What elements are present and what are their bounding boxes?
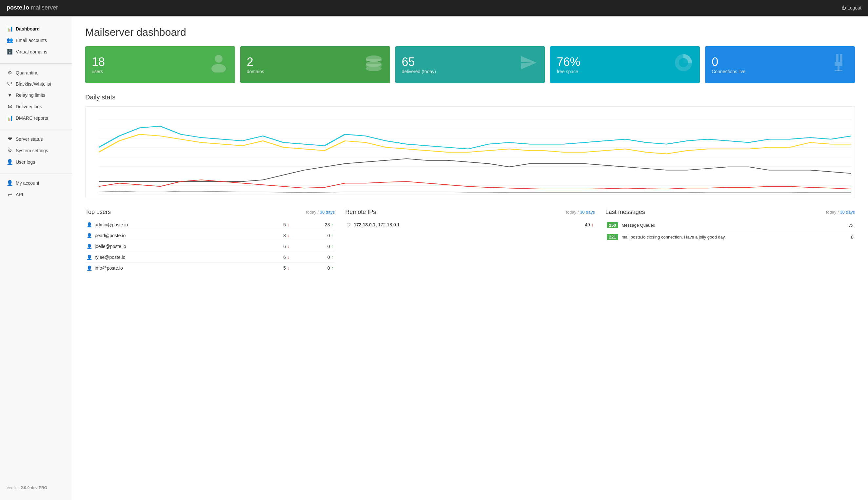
stat-label-connections: Connections live [712, 69, 746, 74]
message-badge: 250 [607, 222, 619, 228]
ip-cell: 🛡 172.18.0.1, 172.18.0.1 [345, 219, 553, 230]
shield-icon: 🛡 [347, 222, 351, 227]
table-row: 👤 rylee@poste.io 6 ↓ 0 ↑ [85, 252, 335, 263]
stat-card-users: 18 users [85, 46, 235, 83]
sidebar-label-virtual-domains: Virtual domains [16, 49, 47, 55]
table-row: 👤 admin@poste.io 5 ↓ 23 ↑ [85, 219, 335, 230]
system-settings-icon: ⚙ [7, 147, 13, 154]
message-text: mail.poste.io closing connection. Have a… [622, 235, 726, 239]
sidebar-label-email-accounts: Email accounts [16, 38, 47, 43]
sidebar: 📊 Dashboard 👥 Email accounts 🗄️ Virtual … [0, 16, 72, 500]
arrow-down-icon: ↓ [287, 222, 290, 227]
sidebar-label-server-status: Server status [16, 136, 43, 142]
free-space-icon [673, 53, 693, 77]
sidebar-item-delivery-logs[interactable]: ✉ Delivery logs [0, 101, 72, 112]
ip-rest: 172.18.0.1 [378, 222, 400, 227]
stat-card-domains-text: 2 domains [247, 55, 264, 74]
last-messages-title: Last messages [606, 209, 645, 216]
user-down-cell: 6 ↓ [257, 252, 291, 263]
user-icon: 👤 [86, 222, 92, 227]
table-row: 221 mail.poste.io closing connection. Ha… [606, 231, 855, 243]
delivered-icon [519, 53, 538, 77]
message-text: Message Queued [622, 223, 655, 228]
user-icon: 👤 [86, 254, 92, 260]
svg-point-0 [215, 55, 223, 62]
sidebar-item-dashboard[interactable]: 📊 Dashboard [0, 23, 72, 34]
msg-cell: 221 mail.poste.io closing connection. Ha… [606, 231, 840, 243]
msg-cell: 250 Message Queued [606, 219, 840, 231]
top-users-panel: Top users today / 30 days 👤 admin@poste.… [85, 209, 335, 273]
down-count: 6 [283, 254, 286, 260]
stat-card-delivered-text: 65 delivered (today) [402, 55, 436, 74]
remote-ips-panel: Remote IPs today / 30 days 🛡 172.18.0.1,… [345, 209, 595, 273]
server-status-icon: ❤ [7, 136, 13, 142]
30-days-link-users[interactable]: 30 days [320, 209, 335, 215]
arrow-up-icon: ↑ [331, 265, 333, 271]
arrow-up-icon: ↑ [331, 254, 333, 260]
stat-card-free-space: 76% free space [550, 46, 700, 83]
blacklist-icon: 🛡 [7, 81, 13, 87]
sidebar-tools-group: ⚙ Quarantine 🛡 Blacklist/Whitelist ▼ Rel… [0, 67, 72, 124]
sidebar-item-relaying[interactable]: ▼ Relaying limits [0, 90, 72, 101]
ip-count: 49 [585, 222, 590, 227]
svg-rect-12 [835, 62, 842, 66]
message-badge: 221 [607, 234, 619, 240]
sidebar-item-api[interactable]: ⇌ API [0, 189, 72, 200]
sidebar-label-api: API [16, 192, 23, 197]
stat-label-domains: domains [247, 69, 264, 74]
down-count: 5 [283, 265, 286, 271]
table-row: 👤 info@poste.io 5 ↓ 0 ↑ [85, 263, 335, 274]
user-email-cell: 👤 info@poste.io [85, 263, 257, 274]
svg-rect-14 [835, 70, 842, 71]
chart-container: 0 20 40 60 80 100 120 140 160 180 [85, 106, 855, 198]
sidebar-item-blacklist[interactable]: 🛡 Blacklist/Whitelist [0, 78, 72, 90]
arrow-down-icon: ↓ [287, 254, 290, 260]
user-email: pearl@poste.io [95, 233, 126, 238]
30-days-link-ips[interactable]: 30 days [580, 209, 595, 215]
stat-value-domains: 2 [247, 55, 264, 69]
user-down-cell: 6 ↓ [257, 241, 291, 252]
sidebar-item-system-settings[interactable]: ⚙ System settings [0, 145, 72, 156]
ip-count-cell: 49 ↓ [553, 219, 595, 230]
stat-card-domains: 2 domains [240, 46, 390, 83]
user-logs-icon: 👤 [7, 159, 13, 165]
last-messages-links: today / 30 days [826, 209, 855, 215]
topnav: poste.io mailserver ⏻ Logout [0, 0, 868, 16]
sidebar-divider-1 [0, 63, 72, 64]
svg-rect-10 [836, 54, 838, 62]
arrow-up-icon: ↑ [331, 222, 333, 227]
top-users-links: today / 30 days [306, 209, 335, 215]
30-days-link-msgs[interactable]: 30 days [840, 209, 855, 215]
sidebar-item-email-accounts[interactable]: 👥 Email accounts [0, 34, 72, 46]
chart-svg: 0 20 40 60 80 100 120 140 160 180 [99, 110, 851, 195]
sidebar-label-relaying: Relaying limits [16, 92, 45, 98]
table-row: 👤 pearl@poste.io 8 ↓ 0 ↑ [85, 230, 335, 241]
users-icon [209, 53, 228, 77]
sidebar-item-my-account[interactable]: 👤 My account [0, 177, 72, 189]
top-users-header: Top users today / 30 days [85, 209, 335, 216]
arrow-down-icon: ↓ [591, 222, 594, 227]
svg-rect-3 [366, 59, 382, 61]
stat-cards: 18 users 2 domains [85, 46, 855, 83]
sidebar-item-dmarc[interactable]: 📊 DMARC reports [0, 112, 72, 124]
message-count: 8 [851, 235, 854, 240]
chart-title: Daily stats [85, 93, 855, 101]
user-email-cell: 👤 joelle@poste.io [85, 241, 257, 252]
sidebar-item-virtual-domains[interactable]: 🗄️ Virtual domains [0, 46, 72, 57]
connections-icon [829, 53, 848, 77]
user-up-cell: 0 ↑ [291, 263, 335, 274]
remote-ips-title: Remote IPs [345, 209, 376, 216]
sidebar-divider-2 [0, 129, 72, 130]
sidebar-item-user-logs[interactable]: 👤 User logs [0, 156, 72, 168]
logout-button[interactable]: ⏻ Logout [842, 5, 861, 11]
sidebar-item-quarantine[interactable]: ⚙ Quarantine [0, 67, 72, 78]
domains-icon [364, 53, 384, 77]
stat-value-connections: 0 [712, 55, 746, 69]
sidebar-label-my-account: My account [16, 180, 39, 186]
sidebar-item-server-status[interactable]: ❤ Server status [0, 133, 72, 145]
table-row: 250 Message Queued 73 [606, 219, 855, 231]
sidebar-label-dashboard: Dashboard [16, 26, 40, 32]
sidebar-label-blacklist: Blacklist/Whitelist [16, 81, 51, 87]
today-label-msgs: today [826, 209, 836, 215]
top-users-title: Top users [85, 209, 111, 216]
